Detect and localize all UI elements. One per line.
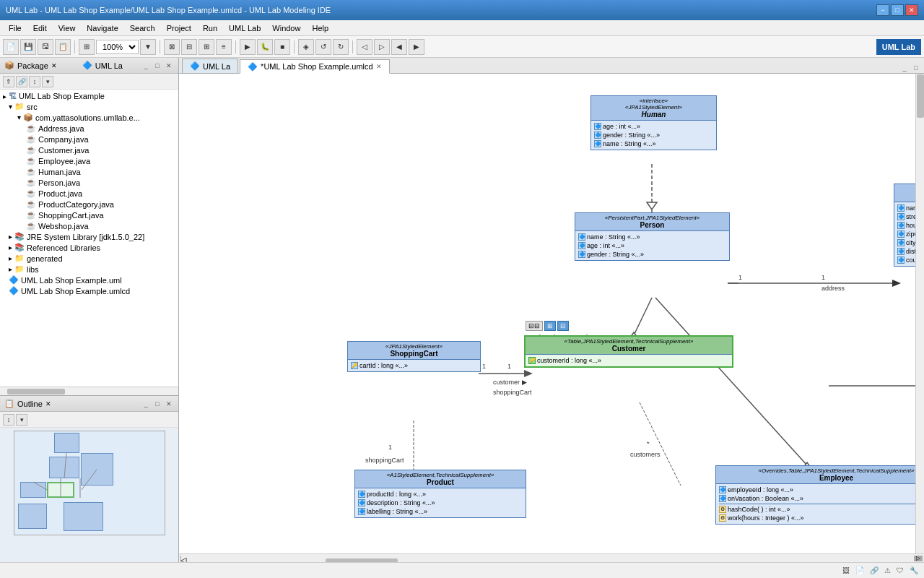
tree-item-jre[interactable]: ▸ 📚 JRE System Library [jdk1.5.0_22] bbox=[0, 231, 178, 242]
tree-item[interactable]: ☕ Human.java bbox=[0, 166, 178, 177]
outline-menu-btn[interactable]: ▾ bbox=[16, 414, 27, 426]
product-class[interactable]: «A1StyledElement,TechnicalSupplement» Pr… bbox=[354, 470, 526, 518]
toolbar-run[interactable]: ▶ bbox=[240, 39, 256, 55]
toolbar-uml3[interactable]: ↻ bbox=[333, 39, 349, 55]
field: 🔷 age : int «...» bbox=[594, 122, 713, 131]
tree-item-umlcd[interactable]: 🔷 UML Lab Shop Example.umlcd bbox=[0, 285, 178, 296]
tree-item[interactable]: ☕ Employee.java bbox=[0, 155, 178, 166]
toolbar-new[interactable]: 📄 bbox=[3, 39, 19, 55]
mini-person bbox=[49, 457, 79, 478]
person-class[interactable]: «PersistentPart,JPA1StyledElement» Perso… bbox=[575, 212, 730, 261]
sync-btn[interactable]: ↕ bbox=[29, 76, 40, 87]
editor-max-btn[interactable]: □ bbox=[911, 63, 921, 73]
human-class[interactable]: «interface» «JPA1StyledElement» Human 🔷 … bbox=[590, 95, 717, 150]
zoom-select[interactable]: 100% 75% 50% 150% bbox=[96, 40, 139, 54]
umlcd-tab[interactable]: 🔷 *UML Lab Shop Example.umlcd ✕ bbox=[240, 59, 390, 74]
outline-close-btn[interactable]: ✕ bbox=[164, 399, 174, 409]
menu-help[interactable]: Help bbox=[306, 22, 334, 34]
tree-item[interactable]: ☕ ShoppingCart.java bbox=[0, 210, 178, 220]
outline-max-btn[interactable]: □ bbox=[152, 399, 162, 409]
shoppingcart-class[interactable]: «JPA1StyledElement» ShoppingCart 🔑 cartI… bbox=[347, 341, 481, 372]
menu-btn[interactable]: ▾ bbox=[42, 76, 53, 87]
close-button[interactable]: ✕ bbox=[905, 4, 918, 16]
tree-item-uml[interactable]: 🔷 UML Lab Shop Example.uml bbox=[0, 275, 178, 285]
tree-item-generated[interactable]: ▸ 📁 generated bbox=[0, 253, 178, 264]
toolbar-uml2[interactable]: ↺ bbox=[315, 39, 331, 55]
menu-project[interactable]: Project bbox=[161, 22, 197, 34]
maximize-button[interactable]: □ bbox=[891, 4, 904, 16]
mini-employee bbox=[64, 502, 103, 531]
toolbar-stop[interactable]: ■ bbox=[274, 39, 290, 55]
hscroll-thumb[interactable] bbox=[7, 389, 65, 394]
hscroll-right[interactable]: ▷ bbox=[914, 556, 923, 561]
toolbar-nav3[interactable]: ◀ bbox=[391, 39, 407, 55]
field-icon: 🔷 bbox=[897, 213, 905, 220]
toolbar-save2[interactable]: 🖫 bbox=[38, 39, 53, 55]
canvas-vscrollbar[interactable] bbox=[915, 74, 924, 553]
toolbar-btn2[interactable]: ▼ bbox=[140, 39, 156, 55]
collapse-all-btn[interactable]: ⇑ bbox=[3, 76, 14, 87]
toolbar-nav2[interactable]: ▷ bbox=[374, 39, 390, 55]
menu-edit[interactable]: Edit bbox=[27, 22, 53, 34]
menu-run[interactable]: Run bbox=[197, 22, 223, 34]
panel-min-btn[interactable]: _ bbox=[141, 61, 151, 71]
toolbar-btn1[interactable]: ⊞ bbox=[79, 39, 95, 55]
toolbar-btn3[interactable]: ⊠ bbox=[164, 39, 180, 55]
uml-canvas[interactable]: 1 customer ▶ 1 shoppingCart 1 1 address bbox=[179, 74, 924, 553]
tree-item[interactable]: ▸ 🏗 UML Lab Shop Example bbox=[0, 91, 178, 101]
tree-item[interactable]: ▾ 📁 src bbox=[0, 101, 178, 112]
hscroll-left[interactable]: ◁ bbox=[180, 556, 181, 561]
toolbar-btn5[interactable]: ⊞ bbox=[199, 39, 214, 55]
editor-min-btn[interactable]: _ bbox=[899, 63, 910, 73]
tree-item[interactable]: ☕ ProductCategory.java bbox=[0, 199, 178, 210]
java-file-icon: ☕ bbox=[26, 178, 36, 187]
canvas-hscrollbar[interactable]: ◁ ▷ bbox=[179, 553, 924, 562]
toolbar-icon[interactable]: ⊟⊟ bbox=[526, 321, 543, 331]
customer-class[interactable]: ⊟⊟ ⊞ ⊟ «Table,JPA1StyledElement,Technica… bbox=[524, 335, 733, 368]
tree-item[interactable]: ☕ Webshop.java bbox=[0, 220, 178, 231]
toolbar-nav4[interactable]: ▶ bbox=[409, 39, 424, 55]
tree-item-libs[interactable]: ▸ 📁 libs bbox=[0, 264, 178, 275]
toolbar-save3[interactable]: 📋 bbox=[55, 39, 71, 55]
package-hscrollbar[interactable] bbox=[0, 387, 178, 395]
uml-tab[interactable]: 🔷 UML La bbox=[182, 59, 238, 73]
tree-item[interactable]: ☕ Person.java bbox=[0, 177, 178, 188]
menu-view[interactable]: View bbox=[53, 22, 82, 34]
panel-close-btn[interactable]: ✕ bbox=[164, 61, 174, 71]
tree-item[interactable]: ☕ Address.java bbox=[0, 123, 178, 134]
tree-item[interactable]: ☕ Product.java bbox=[0, 188, 178, 199]
toolbar-btn4[interactable]: ⊟ bbox=[181, 39, 197, 55]
tree-item-reflib[interactable]: ▸ 📚 Referenced Libraries bbox=[0, 242, 178, 253]
toolbar-uml1[interactable]: ◈ bbox=[298, 39, 314, 55]
vscroll-thumb[interactable] bbox=[917, 74, 924, 118]
tree-item[interactable]: ☕ Company.java bbox=[0, 134, 178, 144]
toolbar-btn6[interactable]: ≡ bbox=[216, 39, 232, 55]
toolbar-save[interactable]: 💾 bbox=[20, 39, 36, 55]
toolbar-icon3[interactable]: ⊟ bbox=[557, 321, 569, 331]
tree-item[interactable]: ☕ Customer.java bbox=[0, 144, 178, 155]
outline-toolbar: ↕ ▾ bbox=[0, 412, 178, 428]
menu-window[interactable]: Window bbox=[266, 22, 306, 34]
package-tab-x[interactable]: ✕ bbox=[51, 62, 57, 69]
toolbar-nav1[interactable]: ◁ bbox=[357, 39, 372, 55]
menu-navigate[interactable]: Navigate bbox=[81, 22, 123, 34]
link-editor-btn[interactable]: 🔗 bbox=[16, 76, 27, 87]
employee-class[interactable]: «Overrides,Table,JPA1StyledElement,Techn… bbox=[715, 465, 924, 525]
outline-min-btn[interactable]: _ bbox=[141, 399, 151, 409]
toolbar-debug[interactable]: 🐛 bbox=[257, 39, 273, 55]
outline-close[interactable]: ✕ bbox=[45, 400, 51, 407]
uml-tab-icon: 🔷 bbox=[190, 61, 200, 71]
outline-sync-btn[interactable]: ↕ bbox=[3, 414, 14, 426]
hscroll-thumb[interactable] bbox=[326, 558, 398, 563]
tree-item[interactable]: ▾ 📦 com.yattasolutions.umllab.e... bbox=[0, 112, 178, 123]
toolbar-sep5 bbox=[352, 40, 353, 53]
tab-close-btn[interactable]: ✕ bbox=[376, 63, 382, 70]
uml-tab-label[interactable]: UML La bbox=[95, 61, 123, 70]
toolbar-icon2[interactable]: ⊞ bbox=[544, 321, 556, 331]
menu-file[interactable]: File bbox=[3, 22, 27, 34]
panel-max-btn[interactable]: □ bbox=[152, 61, 162, 71]
minimize-button[interactable]: − bbox=[876, 4, 889, 16]
menu-search[interactable]: Search bbox=[124, 22, 161, 34]
menu-umllab[interactable]: UML Lab bbox=[223, 22, 266, 34]
outline-minimap[interactable] bbox=[14, 431, 165, 535]
